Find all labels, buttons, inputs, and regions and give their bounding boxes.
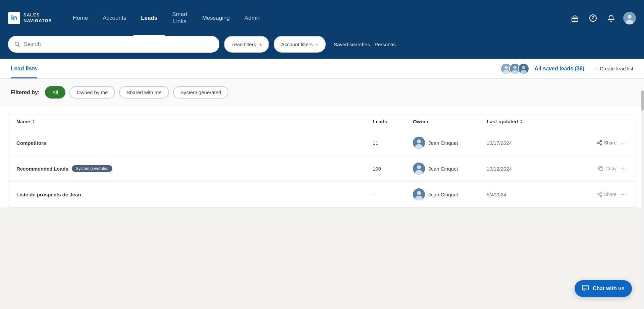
svg-point-15 <box>522 66 525 69</box>
notification-bell-icon[interactable] <box>605 12 617 24</box>
top-navigation: in SALES NAVIGATOR Home Accounts Leads S… <box>0 0 644 36</box>
more-options-competitors[interactable]: ··· <box>621 139 628 146</box>
row-leads-competitors: 11 <box>373 140 413 146</box>
table-header: Name Leads Owner Last updated <box>8 113 636 130</box>
nav-smart-links[interactable]: Smart Links <box>165 0 195 36</box>
share-icon <box>597 192 602 197</box>
saved-searches-link[interactable]: Saved searches <box>334 42 370 47</box>
filtered-by-label: Filtered by: <box>11 89 40 96</box>
account-filters-button[interactable]: Account filters + <box>274 36 326 53</box>
user-avatar[interactable] <box>623 12 636 24</box>
col-last-updated-header: Last updated <box>487 119 574 124</box>
system-generated-badge: System generated <box>72 165 112 172</box>
logo-area[interactable]: in SALES NAVIGATOR <box>8 12 52 24</box>
filter-owned-by-me-button[interactable]: Owned by me <box>69 86 115 99</box>
help-icon[interactable] <box>587 12 599 24</box>
nav-right-icons <box>569 12 636 24</box>
copy-icon <box>598 166 603 171</box>
chat-icon <box>582 285 589 292</box>
svg-point-21 <box>597 142 598 143</box>
lead-lists-tab[interactable]: Lead lists <box>11 59 37 78</box>
filter-shared-with-me-button[interactable]: Shared with me <box>119 86 169 99</box>
main-content: Lead lists <box>0 59 644 207</box>
lead-lists-header: Lead lists <box>0 59 644 79</box>
search-icon <box>14 41 20 48</box>
nav-accounts[interactable]: Accounts <box>95 0 133 36</box>
personas-link[interactable]: Personas <box>375 42 396 47</box>
owner-avatar-recommended <box>413 163 425 175</box>
col-actions-header <box>574 119 628 124</box>
svg-point-5 <box>628 15 632 19</box>
lead-lists-table: Name Leads Owner Last updated <box>8 113 636 207</box>
app-name: SALES NAVIGATOR <box>23 12 52 24</box>
row-owner-liste: Jean Cinquet <box>413 188 487 200</box>
search-box <box>8 36 219 53</box>
lead-lists-right: All saved leads (36) + Create lead list <box>500 63 634 74</box>
col-leads-header: Leads <box>373 119 413 124</box>
gift-icon[interactable] <box>569 12 581 24</box>
svg-point-31 <box>597 194 598 195</box>
svg-point-3 <box>593 19 593 20</box>
row-actions-recommended: Copy ··· <box>574 165 628 172</box>
row-leads-recommended: 100 <box>373 166 413 172</box>
row-date-competitors: 10/17/2024 <box>487 140 574 146</box>
svg-point-13 <box>512 70 518 74</box>
filter-all-button[interactable]: All <box>45 86 65 99</box>
svg-point-12 <box>513 66 517 69</box>
create-lead-list-button[interactable]: + Create lead list <box>595 66 633 71</box>
svg-point-24 <box>417 165 421 169</box>
copy-button-recommended[interactable]: Copy <box>598 166 616 171</box>
more-options-recommended[interactable]: ··· <box>621 165 628 172</box>
linkedin-logo-icon: in <box>8 12 20 24</box>
table-row: Liste de prospects de Jean -- Jean Cinqu… <box>8 182 636 207</box>
nav-leads[interactable]: Leads <box>133 0 165 36</box>
row-name-liste: Liste de prospects de Jean <box>16 192 373 197</box>
svg-point-18 <box>417 139 421 143</box>
more-options-liste[interactable]: ··· <box>621 191 628 198</box>
owner-avatar-liste <box>413 188 425 200</box>
scrollbar-track <box>641 90 644 308</box>
row-leads-liste: -- <box>373 192 413 197</box>
row-actions-liste: Share ··· <box>574 191 628 198</box>
svg-point-22 <box>600 144 602 145</box>
nav-admin[interactable]: Admin <box>237 0 268 36</box>
nav-messaging[interactable]: Messaging <box>195 0 237 36</box>
table-row: Recommended Leads System generated 100 J… <box>8 156 636 182</box>
chat-with-us-button[interactable]: Chat with us <box>575 280 632 297</box>
avatar-group <box>500 63 529 74</box>
lead-filters-button[interactable]: Lead filters + <box>224 36 269 53</box>
search-input[interactable] <box>24 41 213 47</box>
svg-point-9 <box>504 66 508 69</box>
filter-system-generated-button[interactable]: System generated <box>173 86 229 99</box>
filter-pills-area: Filtered by: All Owned by me Shared with… <box>0 79 644 106</box>
avatar-3 <box>518 63 529 74</box>
nav-links: Home Accounts Leads Smart Links Messagin… <box>65 0 569 36</box>
vertical-divider <box>590 64 590 73</box>
svg-point-28 <box>417 191 421 195</box>
svg-rect-33 <box>582 285 588 290</box>
share-icon <box>597 140 602 145</box>
svg-point-32 <box>600 195 602 197</box>
all-saved-leads-link[interactable]: All saved leads (36) <box>535 66 585 72</box>
search-bar-area: Lead filters + Account filters + Saved s… <box>0 36 644 59</box>
owner-avatar-competitors <box>413 137 425 149</box>
svg-point-30 <box>600 192 602 193</box>
nav-home[interactable]: Home <box>65 0 95 36</box>
row-name-competitors: Competitors <box>16 140 373 146</box>
share-button-liste[interactable]: Share <box>597 192 616 197</box>
name-sort-icon[interactable] <box>32 120 35 123</box>
date-sort-icon[interactable] <box>520 120 523 123</box>
table-row: Competitors 11 Jean Cinquet 10/17/2024 <box>8 130 636 156</box>
row-actions-competitors: Share ··· <box>574 139 628 146</box>
svg-point-10 <box>503 70 509 74</box>
share-button-competitors[interactable]: Share <box>597 140 616 145</box>
row-owner-competitors: Jean Cinquet <box>413 137 487 149</box>
col-owner-header: Owner <box>413 119 487 124</box>
row-date-recommended: 10/12/2024 <box>487 166 574 172</box>
scrollbar-thumb[interactable] <box>641 90 644 111</box>
svg-point-16 <box>521 70 527 74</box>
col-name-header: Name <box>16 119 373 124</box>
svg-point-20 <box>600 140 602 142</box>
row-owner-recommended: Jean Cinquet <box>413 163 487 175</box>
row-name-recommended: Recommended Leads System generated <box>16 165 373 172</box>
